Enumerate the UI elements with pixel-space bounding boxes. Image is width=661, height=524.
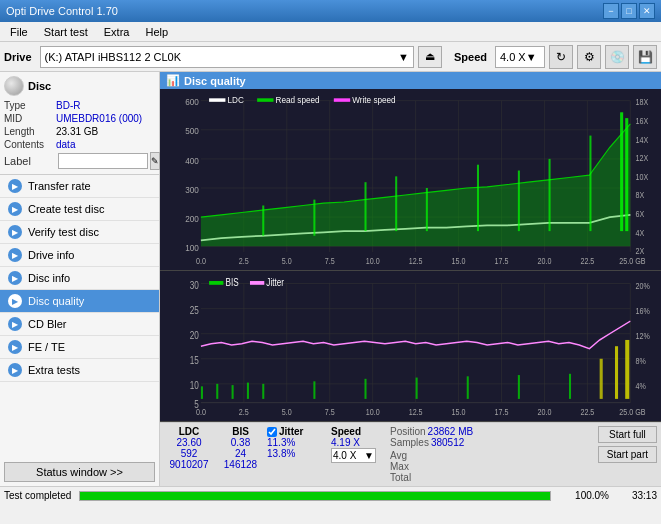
label-input[interactable] [58, 153, 148, 169]
sidebar-item-disc-quality[interactable]: ▶ Disc quality [0, 290, 159, 313]
status-window-button[interactable]: Status window >> [4, 462, 155, 482]
sidebar-item-extra-tests[interactable]: ▶ Extra tests [0, 359, 159, 382]
start-part-button[interactable]: Start part [598, 446, 657, 463]
sidebar-item-verify-test-disc[interactable]: ▶ Verify test disc [0, 221, 159, 244]
svg-text:12X: 12X [635, 154, 648, 164]
save-button[interactable]: 💾 [633, 45, 657, 69]
svg-text:LDC: LDC [227, 94, 243, 105]
sidebar-item-disc-info[interactable]: ▶ Disc info [0, 267, 159, 290]
svg-text:20: 20 [190, 329, 199, 340]
label-edit-button[interactable]: ✎ [150, 152, 160, 170]
drive-info-icon: ▶ [8, 248, 22, 262]
svg-text:Read speed: Read speed [276, 94, 320, 105]
svg-text:16X: 16X [635, 117, 648, 127]
svg-text:6X: 6X [635, 210, 644, 220]
svg-text:10X: 10X [635, 172, 648, 182]
disc-header: Disc [4, 76, 155, 96]
settings-button[interactable]: ⚙ [577, 45, 601, 69]
disc-info-icon: ▶ [8, 271, 22, 285]
verify-test-disc-icon: ▶ [8, 225, 22, 239]
svg-rect-86 [467, 376, 469, 399]
ldc-avg: 23.60 [176, 437, 201, 448]
svg-text:400: 400 [185, 155, 199, 166]
progress-percent: 100.0% [559, 490, 609, 501]
sidebar: Disc Type BD-R MID UMEBDR016 (000) Lengt… [0, 72, 160, 486]
close-button[interactable]: ✕ [639, 3, 655, 19]
svg-text:0.0: 0.0 [196, 407, 206, 417]
svg-text:5.0: 5.0 [282, 256, 292, 266]
svg-text:18X: 18X [635, 98, 648, 108]
svg-text:17.5: 17.5 [495, 256, 509, 266]
drive-info-label: Drive info [28, 249, 74, 261]
bis-avg: 0.38 [231, 437, 250, 448]
svg-rect-85 [416, 377, 418, 398]
svg-text:500: 500 [185, 126, 199, 137]
position-label: Position [390, 426, 426, 437]
disc-button[interactable]: 💿 [605, 45, 629, 69]
svg-rect-87 [518, 375, 520, 399]
extra-tests-icon: ▶ [8, 363, 22, 377]
svg-text:8X: 8X [635, 191, 644, 201]
maximize-button[interactable]: □ [621, 3, 637, 19]
fe-te-icon: ▶ [8, 340, 22, 354]
svg-rect-18 [262, 205, 264, 235]
samples-value: 380512 [431, 437, 464, 448]
svg-rect-90 [615, 346, 618, 399]
menu-extra[interactable]: Extra [96, 24, 138, 40]
svg-rect-91 [625, 340, 629, 399]
start-full-button[interactable]: Start full [598, 426, 657, 443]
extra-tests-label: Extra tests [28, 364, 80, 376]
refresh-button[interactable]: ↻ [549, 45, 573, 69]
chart-header: 📊 Disc quality [160, 72, 661, 89]
disc-section: Disc Type BD-R MID UMEBDR016 (000) Lengt… [0, 72, 159, 175]
svg-text:2.5: 2.5 [239, 407, 249, 417]
sidebar-item-fe-te[interactable]: ▶ FE / TE [0, 336, 159, 359]
top-chart-panel: 600 500 400 300 200 100 18X 16X 14X 12X … [160, 89, 661, 271]
bis-total: 146128 [224, 459, 257, 470]
speed-dropdown-value: 4.0 X [333, 450, 364, 461]
sidebar-item-create-test-disc[interactable]: ▶ Create test disc [0, 198, 159, 221]
disc-icon [4, 76, 24, 96]
cd-bler-icon: ▶ [8, 317, 22, 331]
cd-bler-label: CD Bler [28, 318, 67, 330]
create-test-disc-icon: ▶ [8, 202, 22, 216]
speed-label: Speed [454, 51, 487, 63]
svg-text:22.5: 22.5 [580, 407, 594, 417]
svg-rect-82 [262, 383, 264, 398]
start-buttons: Start full Start part [598, 426, 657, 463]
speed-select[interactable]: 4.0 X ▼ [495, 46, 545, 68]
speed-dropdown[interactable]: 4.0 X ▼ [331, 448, 376, 463]
progress-bar-fill [80, 492, 550, 500]
title-bar: Opti Drive Control 1.70 − □ ✕ [0, 0, 661, 22]
eject-button[interactable]: ⏏ [418, 46, 442, 68]
svg-text:100: 100 [185, 242, 199, 253]
jitter-checkbox[interactable] [267, 427, 277, 437]
svg-rect-26 [589, 136, 591, 232]
svg-text:600: 600 [185, 97, 199, 108]
mid-label: MID [4, 113, 56, 124]
menu-start-test[interactable]: Start test [36, 24, 96, 40]
chart-container: 600 500 400 300 200 100 18X 16X 14X 12X … [160, 89, 661, 486]
disc-mid-row: MID UMEBDR016 (000) [4, 113, 155, 124]
max-label: Max [390, 461, 420, 472]
minimize-button[interactable]: − [603, 3, 619, 19]
svg-text:10: 10 [190, 380, 199, 391]
total-label: Total [390, 472, 420, 483]
jitter-avg: 11.3% [267, 437, 327, 448]
window-controls: − □ ✕ [603, 3, 655, 19]
bis-header: BIS [232, 426, 249, 437]
svg-rect-28 [625, 118, 628, 231]
drive-select[interactable]: (K:) ATAPI iHBS112 2 CL0K ▼ [40, 46, 414, 68]
sidebar-item-drive-info[interactable]: ▶ Drive info [0, 244, 159, 267]
drive-label: Drive [4, 51, 32, 63]
menu-help[interactable]: Help [137, 24, 176, 40]
speed-value: 4.0 X [500, 51, 526, 63]
verify-test-disc-label: Verify test disc [28, 226, 99, 238]
menu-file[interactable]: File [2, 24, 36, 40]
svg-rect-20 [364, 182, 366, 231]
sidebar-item-transfer-rate[interactable]: ▶ Transfer rate [0, 175, 159, 198]
svg-rect-61 [160, 271, 661, 421]
sidebar-item-cd-bler[interactable]: ▶ CD Bler [0, 313, 159, 336]
transfer-rate-label: Transfer rate [28, 180, 91, 192]
status-bar: Test completed 100.0% 33:13 [0, 486, 661, 504]
